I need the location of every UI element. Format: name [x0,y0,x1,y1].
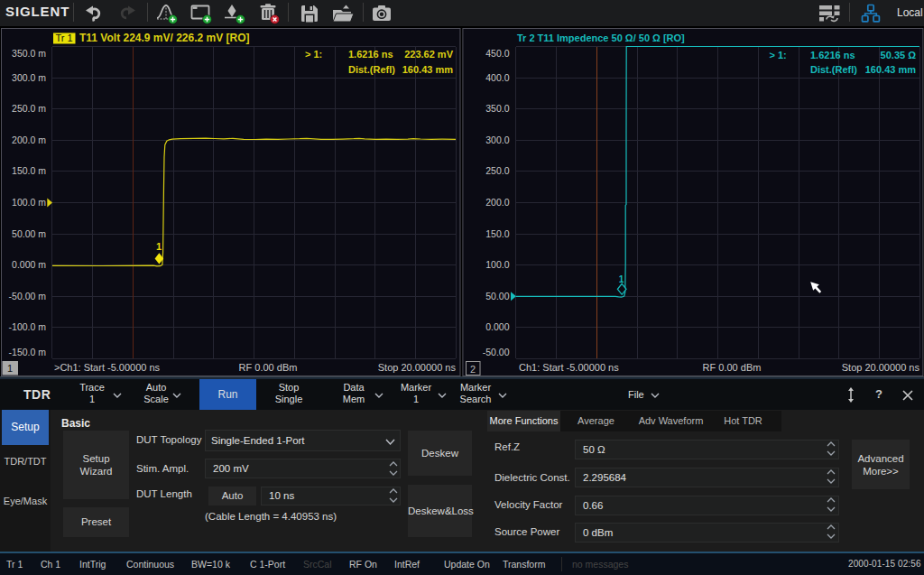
svg-text:150.0 m: 150.0 m [12,165,46,176]
svg-text:50.35 Ω: 50.35 Ω [881,50,917,60]
svg-text:150.0: 150.0 [485,228,509,239]
svg-text:Dist.(Refl): Dist.(Refl) [810,64,857,75]
svg-text:> 1:: > 1: [770,50,787,60]
svg-text:T11 Volt 224.9 mV/ 226.2 mV: T11 Volt 224.9 mV/ 226.2 mV [RO] [79,32,250,44]
svg-text:> 1:: > 1: [305,49,322,60]
svg-text:1: 1 [619,274,624,284]
svg-text:200.0: 200.0 [485,197,509,208]
svg-text:2: 2 [470,364,476,375]
svg-text:-50.00 m: -50.00 m [9,291,47,301]
svg-text:160.43 mm: 160.43 mm [865,64,916,75]
svg-text:100.0: 100.0 [485,259,509,270]
svg-text:450.0: 450.0 [485,48,509,59]
svg-text:-100.0 m: -100.0 m [9,321,47,332]
svg-text:RF 0.00 dBm: RF 0.00 dBm [703,362,762,373]
svg-text:Stop 20.00000 ns: Stop 20.00000 ns [378,362,457,373]
svg-text:300.0 m: 300.0 m [12,72,46,83]
svg-text:160.43 mm: 160.43 mm [402,64,453,75]
svg-text:Tr 2 T11 Impedence 50 Ω/ 5: Tr 2 T11 Impedence 50 Ω/ 50 Ω [RO] [517,32,685,43]
svg-text:-50.00: -50.00 [483,347,510,357]
svg-text:RF 0.00 dBm: RF 0.00 dBm [239,362,298,373]
svg-text:250.0: 250.0 [485,165,509,176]
svg-text:1: 1 [7,363,13,374]
svg-text:Stop 20.00000 ns: Stop 20.00000 ns [842,362,920,373]
svg-text:Tr 1: Tr 1 [56,32,73,43]
svg-text:>Ch1: Start -5.00000 ns: >Ch1: Start -5.00000 ns [54,362,161,373]
svg-text:0.000 m: 0.000 m [12,259,46,270]
svg-text:223.62 mV: 223.62 mV [404,49,453,60]
svg-text:400.0: 400.0 [485,72,509,83]
svg-text:300.0: 300.0 [485,134,509,145]
svg-text:1: 1 [156,241,162,252]
svg-text:0.000: 0.000 [485,321,509,332]
svg-text:Dist.(Refl): Dist.(Refl) [348,64,395,75]
svg-text:Ch1: Start -5.00000 ns: Ch1: Start -5.00000 ns [519,362,619,373]
svg-text:1.6216 ns: 1.6216 ns [348,49,393,60]
svg-text:250.0 m: 250.0 m [12,103,46,114]
svg-text:50.00 m: 50.00 m [12,228,46,239]
svg-text:50.00: 50.00 [485,291,509,301]
svg-text:350.0 m: 350.0 m [12,48,46,59]
svg-text:200.0 m: 200.0 m [12,134,46,145]
svg-text:350.0: 350.0 [485,103,509,114]
svg-text:-150.0 m: -150.0 m [9,347,47,357]
svg-text:100.0 m: 100.0 m [12,197,46,208]
svg-text:1.6216 ns: 1.6216 ns [810,50,855,60]
